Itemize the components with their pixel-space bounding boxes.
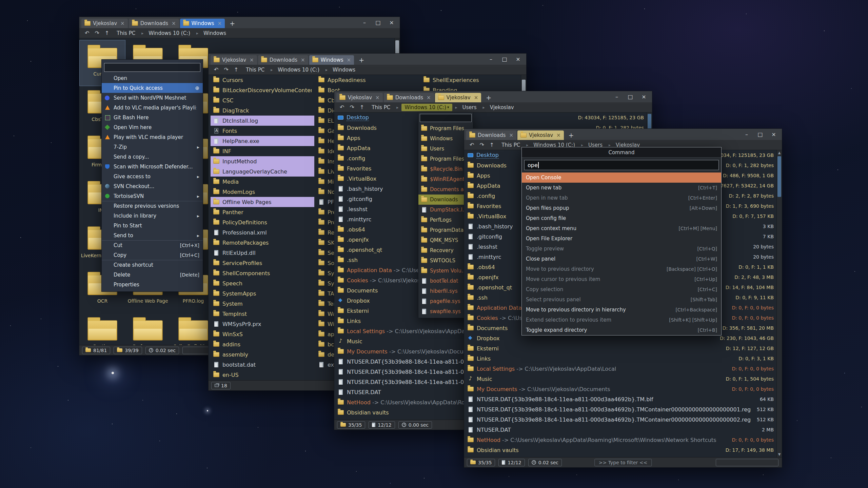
tab[interactable]: Windows × bbox=[180, 19, 225, 28]
file-row[interactable]: PolicyDefinitions bbox=[211, 217, 314, 227]
forward-button[interactable]: ↷ bbox=[92, 30, 102, 36]
file-row[interactable]: InputMethod bbox=[211, 156, 314, 166]
forward-button[interactable]: ↷ bbox=[477, 142, 487, 148]
context-menu-item[interactable]: Create shortcut bbox=[102, 260, 203, 270]
tab[interactable]: Vjekoslav × bbox=[81, 19, 128, 28]
file-row[interactable]: BitLockerDiscoveryVolumeContents bbox=[211, 85, 314, 95]
new-tab-button[interactable]: + bbox=[355, 55, 368, 65]
close-button[interactable]: × bbox=[767, 131, 781, 138]
new-tab-button[interactable]: + bbox=[565, 130, 578, 140]
file-row[interactable]: RtlExUpd.dll bbox=[211, 248, 314, 258]
command-palette-item[interactable]: Open context menu [Ctrl+M] [Menu] bbox=[522, 223, 721, 233]
back-button[interactable]: ↶ bbox=[467, 142, 477, 148]
context-menu-item[interactable]: Cut [Ctrl+X] bbox=[102, 240, 203, 250]
file-row[interactable]: NTUSER.DAT{53b39e88-18c4-11ea-a811-000d3… bbox=[464, 394, 776, 404]
context-menu-item[interactable]: TortoiseSVN ▸ bbox=[102, 191, 203, 201]
breadcrumb-item[interactable]: This PC bbox=[244, 66, 276, 74]
file-row[interactable]: TempInst bbox=[211, 309, 314, 319]
context-menu-item[interactable]: Git Bash Here bbox=[102, 113, 203, 122]
file-row[interactable]: en-US bbox=[211, 370, 314, 380]
up-button[interactable]: ↑ bbox=[231, 66, 241, 73]
desktop-folder-item[interactable]: Panther bbox=[80, 313, 125, 345]
new-tab-button[interactable]: + bbox=[226, 19, 239, 28]
file-row[interactable]: Obsidian vaults D: 17, F: 149, 38 MB bbox=[464, 445, 776, 455]
file-row[interactable]: Panther bbox=[211, 207, 314, 217]
context-menu-item[interactable]: Open Vim here bbox=[102, 122, 203, 132]
context-menu-item[interactable]: Copy [Ctrl+C] bbox=[102, 250, 203, 260]
context-menu-item[interactable]: Open bbox=[102, 73, 203, 83]
up-button[interactable]: ↑ bbox=[102, 30, 112, 36]
file-row[interactable]: SystemApps bbox=[211, 288, 314, 299]
command-palette-item[interactable]: Open File Explorer bbox=[522, 233, 721, 244]
context-menu-item[interactable]: Add to VLC media player's Playlist bbox=[102, 103, 203, 113]
tab[interactable]: Downloads × bbox=[466, 130, 516, 140]
context-menu-item[interactable]: Delete [Delete] bbox=[102, 270, 203, 280]
scrollbar[interactable]: ▲ ▼ bbox=[776, 150, 782, 457]
file-row[interactable]: ServiceProfiles bbox=[211, 258, 314, 268]
file-row[interactable]: assembly bbox=[211, 349, 314, 360]
file-row[interactable]: INF bbox=[211, 146, 314, 156]
tab[interactable]: Downloads × bbox=[258, 55, 308, 65]
minimize-button[interactable]: – bbox=[358, 19, 371, 26]
file-row[interactable]: ShellComponents bbox=[211, 268, 314, 278]
type-to-filter-hint[interactable]: >> Type to filter << bbox=[594, 459, 652, 466]
context-menu-item[interactable]: Properties bbox=[102, 280, 203, 289]
context-menu-item[interactable]: 7-Zip ▸ bbox=[102, 142, 203, 152]
file-row[interactable]: System bbox=[211, 299, 314, 309]
file-row[interactable]: RemotePackages bbox=[211, 238, 314, 248]
breadcrumb-item[interactable]: Users bbox=[460, 104, 488, 111]
tab[interactable]: Vjekoslav × bbox=[517, 130, 564, 140]
tab[interactable]: Vjekoslav × bbox=[435, 93, 481, 102]
command-palette-item[interactable]: Open in new tab [Ctrl+Enter] bbox=[522, 193, 721, 203]
file-row[interactable]: Media bbox=[211, 177, 314, 187]
command-palette-item[interactable]: Open Console bbox=[522, 172, 721, 183]
context-menu-item[interactable]: Play with VLC media player bbox=[102, 132, 203, 142]
tab-close-icon[interactable]: × bbox=[218, 20, 222, 26]
file-row[interactable]: NTUSER.DAT{53b39e88-18c4-11ea-a811-000d3… bbox=[464, 414, 776, 425]
back-button[interactable]: ↶ bbox=[337, 104, 347, 110]
command-palette-item[interactable]: Copy selection [Ctrl+C] bbox=[522, 284, 721, 294]
tab-close-icon[interactable]: × bbox=[474, 95, 478, 101]
breadcrumb-item[interactable]: Windows 10 (C:) bbox=[276, 66, 331, 74]
new-tab-button[interactable]: + bbox=[482, 93, 495, 102]
command-palette-item[interactable]: Move to previous directory in hierarchy … bbox=[522, 305, 721, 315]
close-button[interactable]: × bbox=[637, 94, 651, 100]
file-row[interactable]: AppReadiness bbox=[316, 75, 419, 85]
back-button[interactable]: ↶ bbox=[82, 30, 92, 36]
breadcrumb-item[interactable]: Vjekoslav bbox=[488, 104, 517, 111]
breadcrumb-item[interactable]: This PC bbox=[370, 104, 401, 111]
forward-button[interactable]: ↷ bbox=[221, 66, 231, 73]
tab-close-icon[interactable]: × bbox=[556, 132, 561, 138]
file-row[interactable]: DiagTrack bbox=[211, 105, 314, 116]
tab-close-icon[interactable]: × bbox=[509, 132, 513, 138]
breadcrumb-item[interactable]: Windows bbox=[331, 66, 358, 74]
command-palette-item[interactable]: Extend selection to previous item [Shift… bbox=[522, 315, 721, 325]
context-menu-item[interactable]: SVN Checkout... bbox=[102, 181, 203, 191]
file-row[interactable]: Links D: 0, F: 3, 1 KB bbox=[464, 353, 776, 364]
file-row[interactable]: Professional.xml bbox=[211, 227, 314, 238]
command-palette-input[interactable]: ope bbox=[524, 160, 719, 170]
context-menu-item[interactable]: Pin to Start bbox=[102, 221, 203, 230]
status-filter-input[interactable] bbox=[716, 459, 778, 466]
file-row[interactable]: NTUSER.DAT 2 MB bbox=[464, 425, 776, 435]
breadcrumb-item[interactable]: This PC bbox=[115, 29, 146, 37]
file-row[interactable]: bootstat.dat bbox=[211, 360, 314, 370]
context-menu-item[interactable]: Send with NordVPN Meshnet bbox=[102, 93, 203, 103]
file-row[interactable]: My Documents -> C:\Users\Vjekoslav\Docum… bbox=[464, 384, 776, 394]
context-menu-item[interactable]: Give access to ▸ bbox=[102, 171, 203, 181]
up-button[interactable]: ↑ bbox=[487, 142, 497, 148]
tab[interactable]: Vjekoslav × bbox=[211, 55, 257, 65]
tab-close-icon[interactable]: × bbox=[172, 20, 176, 26]
context-menu-item[interactable]: Include in library ▸ bbox=[102, 211, 203, 221]
file-row[interactable]: Music D: 0, F: 1, 504 bytes bbox=[464, 374, 776, 384]
scroll-down-icon[interactable]: ▼ bbox=[777, 452, 782, 457]
command-palette-item[interactable]: Open config file bbox=[522, 213, 721, 223]
tab-close-icon[interactable]: × bbox=[427, 95, 431, 101]
command-palette-item[interactable]: Toggle expand directory [Ctrl+B] bbox=[522, 325, 721, 335]
tab-close-icon[interactable]: × bbox=[375, 95, 380, 101]
maximize-button[interactable]: □ bbox=[371, 19, 385, 26]
close-button[interactable]: × bbox=[511, 56, 525, 62]
command-palette-item[interactable]: Close panel [Ctrl+W] bbox=[522, 254, 721, 264]
command-palette-item[interactable]: Open files popup [Alt+Down] bbox=[522, 203, 721, 213]
command-palette-item[interactable]: Open new tab [Ctrl+T] bbox=[522, 183, 721, 193]
